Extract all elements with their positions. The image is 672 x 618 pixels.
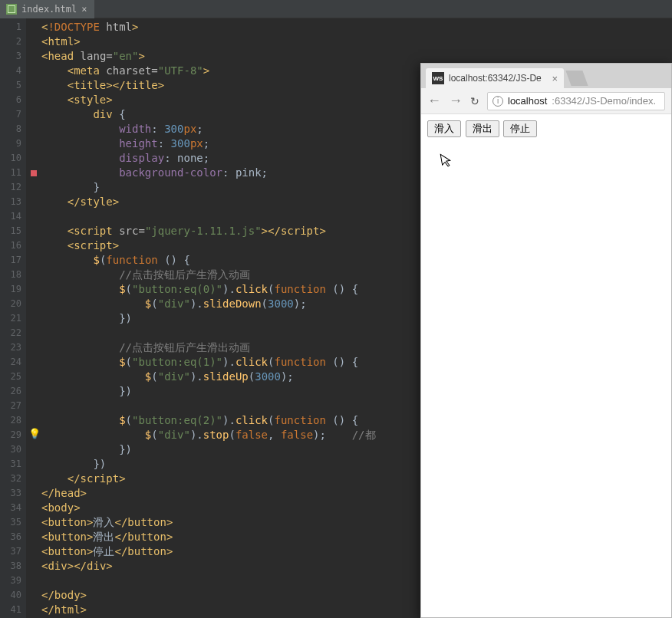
url-path: :63342/JS-Demo/index. xyxy=(552,95,656,107)
line-number: 7 xyxy=(0,107,26,122)
line-number: 23 xyxy=(0,340,26,355)
line-number: 39 xyxy=(0,574,26,588)
site-info-icon[interactable]: i xyxy=(492,96,503,107)
line-number: 1 xyxy=(0,20,26,35)
nav-back-button[interactable]: ← xyxy=(427,93,441,109)
line-number: 31 xyxy=(0,457,26,472)
browser-window: WS localhost:63342/JS-De × ← → ↻ i local… xyxy=(420,63,672,618)
ide-tab-bar: index.html × xyxy=(0,0,672,18)
browser-toolbar: ← → ↻ i localhost:63342/JS-Demo/index. xyxy=(421,88,671,114)
browser-tab-strip: WS localhost:63342/JS-De × xyxy=(421,64,671,88)
line-number: 3 xyxy=(0,49,26,64)
line-number: 11 xyxy=(0,166,26,180)
line-number: 8 xyxy=(0,122,26,136)
line-number: 33 xyxy=(0,486,26,501)
browser-viewport: 滑入 滑出 停止 xyxy=(421,114,671,617)
line-number: 24 xyxy=(0,355,26,370)
line-number: 25 xyxy=(0,370,26,384)
line-number: 36 xyxy=(0,530,26,544)
line-number: 35 xyxy=(0,515,26,530)
line-number: 4 xyxy=(0,64,26,78)
line-number: 20 xyxy=(0,297,26,311)
bookmark-marker-icon[interactable] xyxy=(31,170,37,176)
mouse-cursor-icon xyxy=(440,152,455,172)
line-number: 22 xyxy=(0,326,26,340)
html-file-icon xyxy=(6,4,17,15)
slide-in-button[interactable]: 滑入 xyxy=(427,120,461,137)
reload-button[interactable]: ↻ xyxy=(470,95,479,107)
line-number: 21 xyxy=(0,311,26,326)
line-number: 16 xyxy=(0,238,26,253)
browser-tab-title: localhost:63342/JS-De xyxy=(449,73,542,84)
line-number: 40 xyxy=(0,588,26,603)
slide-out-button[interactable]: 滑出 xyxy=(466,120,499,137)
line-number: 12 xyxy=(0,180,26,195)
stop-button[interactable]: 停止 xyxy=(503,120,537,137)
new-tab-button[interactable] xyxy=(565,71,588,86)
address-bar[interactable]: i localhost:63342/JS-Demo/index. xyxy=(487,92,665,110)
line-number: 10 xyxy=(0,151,26,166)
line-number: 19 xyxy=(0,282,26,297)
line-number: 2 xyxy=(0,35,26,49)
line-number: 6 xyxy=(0,93,26,107)
line-number: 5 xyxy=(0,78,26,93)
code-line[interactable]: <head lang="en"> xyxy=(41,49,672,64)
line-number: 30 xyxy=(0,442,26,457)
close-icon[interactable]: × xyxy=(552,73,558,84)
code-line[interactable]: <html> xyxy=(41,35,672,49)
line-number: 14 xyxy=(0,209,26,224)
line-number: 34 xyxy=(0,501,26,515)
webstorm-favicon-icon: WS xyxy=(432,72,444,84)
line-number: 9 xyxy=(0,136,26,151)
line-number: 26 xyxy=(0,384,26,399)
line-number: 28 xyxy=(0,413,26,428)
line-number: 18 xyxy=(0,268,26,282)
browser-tab[interactable]: WS localhost:63342/JS-De × xyxy=(426,68,564,88)
intention-bulb-icon[interactable]: 💡 xyxy=(28,428,41,439)
url-host: localhost xyxy=(508,95,547,107)
line-number: 17 xyxy=(0,253,26,268)
code-line[interactable]: <!DOCTYPE html> xyxy=(41,20,672,35)
line-number: 38 xyxy=(0,559,26,574)
editor-tab-label: index.html xyxy=(21,4,77,15)
line-number: 29 xyxy=(0,428,26,442)
line-number: 27 xyxy=(0,399,26,413)
close-icon[interactable]: × xyxy=(81,4,87,15)
line-number: 15 xyxy=(0,224,26,238)
line-number: 32 xyxy=(0,472,26,486)
line-number: 37 xyxy=(0,544,26,559)
line-number: 41 xyxy=(0,603,26,617)
nav-forward-button[interactable]: → xyxy=(449,93,463,109)
editor-tab-index-html[interactable]: index.html × xyxy=(0,0,94,18)
marker-gutter: 💡 xyxy=(26,18,41,618)
line-number: 13 xyxy=(0,195,26,209)
line-number-gutter: 1234567891011121314151617181920212223242… xyxy=(0,18,26,618)
